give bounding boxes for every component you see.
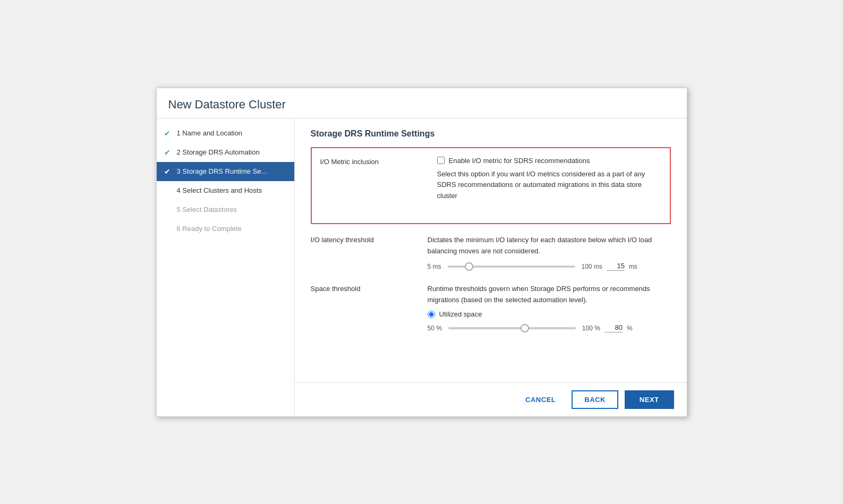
section-title: Storage DRS Runtime Settings — [311, 129, 671, 139]
placeholder-icon-step6: ✔ — [164, 225, 173, 233]
sidebar-item-name-step1: Name and Location — [182, 129, 242, 137]
io-latency-max-label: 100 ms — [582, 263, 602, 270]
sidebar-item-name-step5: Select Datastores — [182, 206, 237, 213]
space-threshold-radio-row: Utilized space — [428, 310, 671, 318]
dialog-title: New Datastore Cluster — [157, 88, 687, 118]
space-threshold-label: Space threshold — [311, 284, 428, 293]
io-latency-description: Dictates the minimum I/O latency for eac… — [428, 235, 671, 257]
space-threshold-content: Runtime thresholds govern when Storage D… — [428, 284, 671, 332]
sidebar: ✔ 1 Name and Location ✔ 2 Storage DRS Au… — [157, 118, 295, 416]
io-metric-checkbox-row: Enable I/O metric for SDRS recommendatio… — [437, 157, 661, 165]
sidebar-item-step6: ✔ 6 Ready to Complete — [157, 219, 294, 238]
sidebar-item-step3[interactable]: ✔ 3 Storage DRS Runtime Se... — [157, 162, 294, 181]
sidebar-item-num-step3: 3 — [177, 167, 181, 175]
io-latency-track[interactable] — [448, 266, 575, 268]
space-threshold-unit: % — [627, 324, 633, 332]
sidebar-item-step2[interactable]: ✔ 2 Storage DRS Automation — [157, 143, 294, 162]
io-metric-content: Enable I/O metric for SDRS recommendatio… — [437, 157, 661, 202]
check-icon-step3: ✔ — [164, 167, 173, 176]
sidebar-item-num-step5: 5 — [177, 206, 181, 213]
space-threshold-track[interactable] — [448, 327, 576, 329]
utilized-space-radio[interactable] — [428, 311, 435, 318]
sidebar-item-name-step2: Storage DRS Automation — [182, 148, 259, 156]
io-latency-field-row: I/O latency threshold Dictates the minim… — [311, 235, 671, 271]
io-latency-unit: ms — [629, 263, 637, 270]
space-threshold-description: Runtime thresholds govern when Storage D… — [428, 284, 671, 306]
space-threshold-field-row: Space threshold Runtime thresholds gover… — [311, 284, 671, 332]
sidebar-item-step4[interactable]: ✔ 4 Select Clusters and Hosts — [157, 181, 294, 200]
sidebar-item-name-step3: Storage DRS Runtime Se... — [182, 167, 267, 175]
io-latency-min-label: 5 ms — [428, 263, 441, 270]
space-threshold-value[interactable]: 80 — [604, 323, 623, 332]
footer: CANCEL BACK NEXT — [295, 382, 687, 416]
sidebar-item-name-step4: Select Clusters and Hosts — [182, 186, 262, 194]
main-content: Storage DRS Runtime Settings I/O Metric … — [295, 118, 687, 416]
cancel-button[interactable]: CANCEL — [516, 391, 565, 408]
space-threshold-min-label: 50 % — [428, 324, 442, 332]
io-metric-description: Select this option if you want I/O metri… — [437, 169, 661, 202]
next-button[interactable]: NEXT — [625, 390, 674, 409]
space-threshold-max-label: 100 % — [582, 324, 600, 332]
placeholder-icon-step4: ✔ — [164, 186, 173, 195]
io-latency-slider-row: 5 ms 100 ms 15 ms — [428, 262, 671, 271]
sidebar-item-label-step1: 1 — [177, 129, 181, 137]
io-metric-field-row: I/O Metric inclusion Enable I/O metric f… — [320, 157, 661, 202]
check-icon-step2: ✔ — [164, 148, 173, 157]
io-metric-checkbox-label: Enable I/O metric for SDRS recommendatio… — [449, 157, 590, 165]
space-threshold-thumb[interactable] — [521, 324, 529, 332]
sidebar-item-num-step4: 4 — [177, 186, 181, 194]
io-latency-thumb[interactable] — [465, 262, 473, 271]
sidebar-item-step5: ✔ 5 Select Datastores — [157, 200, 294, 219]
space-threshold-slider-row: 50 % 100 % 80 % — [428, 323, 671, 332]
dialog-body: ✔ 1 Name and Location ✔ 2 Storage DRS Au… — [157, 118, 687, 416]
back-button[interactable]: BACK — [572, 390, 618, 409]
sidebar-item-num-step6: 6 — [177, 225, 181, 233]
sidebar-item-num-step2: 2 — [177, 148, 181, 156]
sidebar-item-step1[interactable]: ✔ 1 Name and Location — [157, 124, 294, 143]
utilized-space-label: Utilized space — [439, 310, 482, 318]
io-metric-checkbox[interactable] — [437, 157, 445, 164]
io-latency-label: I/O latency threshold — [311, 235, 428, 244]
new-datastore-cluster-dialog: New Datastore Cluster ✔ 1 Name and Locat… — [156, 88, 687, 417]
io-metric-section: I/O Metric inclusion Enable I/O metric f… — [311, 147, 671, 224]
main-scroll: Storage DRS Runtime Settings I/O Metric … — [295, 118, 687, 382]
sidebar-item-name-step6: Ready to Complete — [182, 225, 241, 233]
io-latency-value[interactable]: 15 — [607, 262, 625, 271]
io-latency-content: Dictates the minimum I/O latency for eac… — [428, 235, 671, 271]
io-metric-label: I/O Metric inclusion — [320, 157, 437, 166]
check-icon-step1: ✔ — [164, 129, 173, 138]
placeholder-icon-step5: ✔ — [164, 206, 173, 214]
